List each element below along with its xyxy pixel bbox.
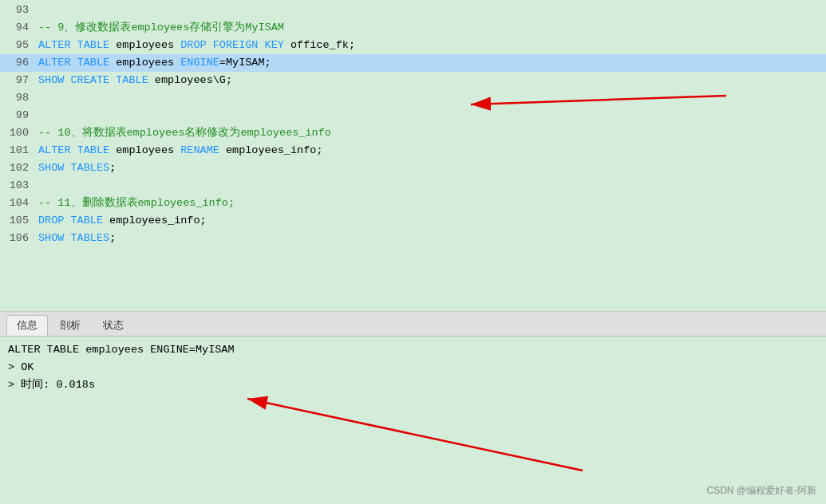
tab-profile[interactable]: 剖析 bbox=[49, 315, 91, 336]
line-103: 103 bbox=[0, 177, 826, 195]
line-99: 99 bbox=[0, 107, 826, 124]
line-98: 98 bbox=[0, 89, 826, 107]
code-editor: 93 94 -- 9、修改数据表employees存储引擎为MyISAM 95 … bbox=[0, 0, 826, 311]
line-95: 95 ALTER TABLE employees DROP FOREIGN KE… bbox=[0, 37, 826, 54]
tab-bar: 信息 剖析 状态 bbox=[0, 312, 826, 337]
line-104: 104 -- 11、删除数据表employees_info; bbox=[0, 195, 826, 212]
result-line-2: > OK bbox=[8, 359, 818, 376]
line-105: 105 DROP TABLE employees_info; bbox=[0, 212, 826, 230]
tab-status[interactable]: 状态 bbox=[93, 315, 134, 336]
result-line-1: ALTER TABLE employees ENGINE=MyISAM bbox=[8, 341, 818, 359]
watermark: CSDN @编程爱好者-阿新 bbox=[706, 484, 816, 498]
line-100: 100 -- 10、将数据表employees名称修改为employees_in… bbox=[0, 124, 826, 142]
line-106: 106 SHOW TABLES; bbox=[0, 230, 826, 247]
line-94: 94 -- 9、修改数据表employees存储引擎为MyISAM bbox=[0, 19, 826, 37]
tab-info[interactable]: 信息 bbox=[6, 315, 48, 336]
line-96: 96 ALTER TABLE employees ENGINE=MyISAM; bbox=[0, 54, 826, 72]
result-line-3: > 时间: 0.018s bbox=[8, 376, 818, 394]
line-102: 102 SHOW TABLES; bbox=[0, 159, 826, 177]
result-area: ALTER TABLE employees ENGINE=MyISAM > OK… bbox=[0, 337, 826, 504]
line-101: 101 ALTER TABLE employees RENAME employe… bbox=[0, 142, 826, 159]
bottom-panel: 信息 剖析 状态 ALTER TABLE employees ENGINE=My… bbox=[0, 311, 826, 504]
line-93: 93 bbox=[0, 2, 826, 19]
line-97: 97 SHOW CREATE TABLE employees\G; bbox=[0, 72, 826, 89]
